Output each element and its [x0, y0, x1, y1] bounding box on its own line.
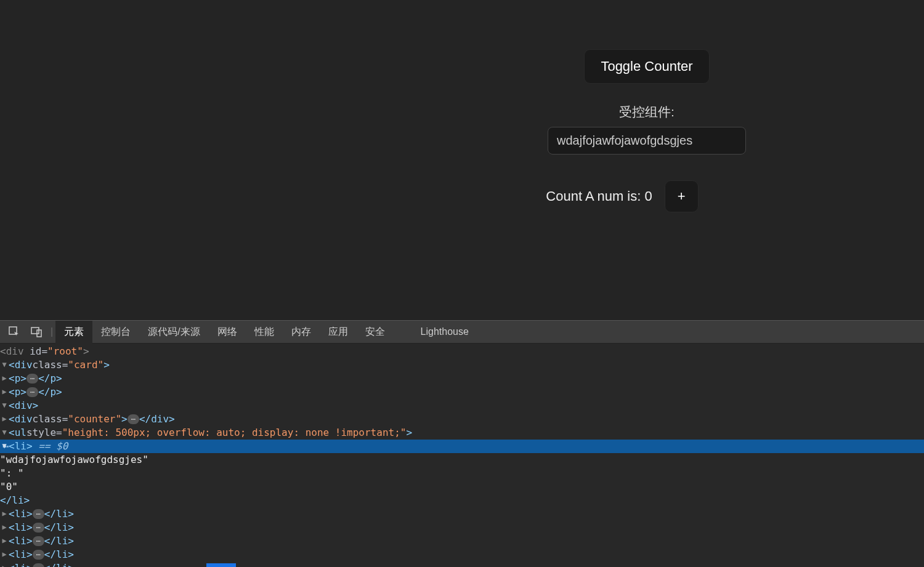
dom-node[interactable]: ▶<li>⋯</li> — [0, 561, 924, 567]
dom-text-node[interactable]: ": " — [0, 467, 924, 480]
tab-performance[interactable]: 性能 — [246, 320, 283, 344]
count-display: Count A num is: 0 — [546, 188, 652, 204]
tab-network[interactable]: 网络 — [209, 320, 246, 344]
tab-console[interactable]: 控制台 — [92, 320, 139, 344]
devtools-panel: | 元素 控制台 源代码/来源 网络 性能 内存 应用 安全 Lighthous… — [0, 320, 924, 567]
tab-lighthouse[interactable]: Lighthouse — [412, 320, 477, 344]
dom-node[interactable]: <div id="root"> — [0, 345, 924, 358]
dom-node-close[interactable]: </li> — [0, 494, 924, 507]
controlled-component-label: 受控组件: — [619, 103, 675, 121]
elements-tree[interactable]: <div id="root"> ▼<div class="card"> ▶<p>… — [0, 344, 924, 567]
svg-rect-1 — [31, 328, 39, 334]
dom-node[interactable]: ▶<li>⋯</li> — [0, 521, 924, 534]
dom-node[interactable]: ▶<li>⋯</li> — [0, 507, 924, 521]
tab-security[interactable]: 安全 — [357, 320, 394, 344]
dom-node[interactable]: ▼<ul style="height: 500px; overflow: aut… — [0, 426, 924, 440]
app-preview-pane: Toggle Counter 受控组件: Count A num is: 0 + — [0, 0, 924, 320]
device-toggle-icon[interactable] — [27, 323, 46, 341]
dom-node[interactable]: ▶<li>⋯</li> — [0, 548, 924, 561]
dom-text-node[interactable]: "wdajfojawfojawofgdsgjes" — [0, 453, 924, 467]
controlled-text-input[interactable] — [548, 127, 746, 155]
toggle-counter-button[interactable]: Toggle Counter — [584, 49, 709, 84]
increment-button[interactable]: + — [665, 180, 699, 212]
dom-node-selected[interactable]: ▼<li> == $0 — [0, 440, 924, 453]
bottom-indicator — [206, 563, 236, 567]
dom-node[interactable]: ▼<div class="card"> — [0, 358, 924, 372]
dom-node[interactable]: ▶<p>⋯</p> — [0, 372, 924, 385]
inspect-element-icon[interactable] — [5, 323, 23, 341]
tab-application[interactable]: 应用 — [320, 320, 357, 344]
app-content: Toggle Counter 受控组件: Count A num is: 0 + — [524, 49, 770, 212]
counter-row: Count A num is: 0 + — [546, 180, 698, 212]
tab-memory[interactable]: 内存 — [283, 320, 320, 344]
dom-node[interactable]: ▶<div class="counter">⋯</div> — [0, 412, 924, 426]
dom-node[interactable]: ▼<div> — [0, 399, 924, 412]
devtools-tabbar: | 元素 控制台 源代码/来源 网络 性能 内存 应用 安全 Lighthous… — [0, 320, 924, 344]
dom-node[interactable]: ▶<p>⋯</p> — [0, 385, 924, 399]
dom-text-node[interactable]: "0" — [0, 480, 924, 494]
selection-marker: == $0 — [33, 440, 68, 453]
tab-sources[interactable]: 源代码/来源 — [139, 320, 208, 344]
tab-elements[interactable]: 元素 — [55, 321, 92, 344]
dom-node[interactable]: ▶<li>⋯</li> — [0, 534, 924, 548]
divider: | — [51, 326, 53, 337]
